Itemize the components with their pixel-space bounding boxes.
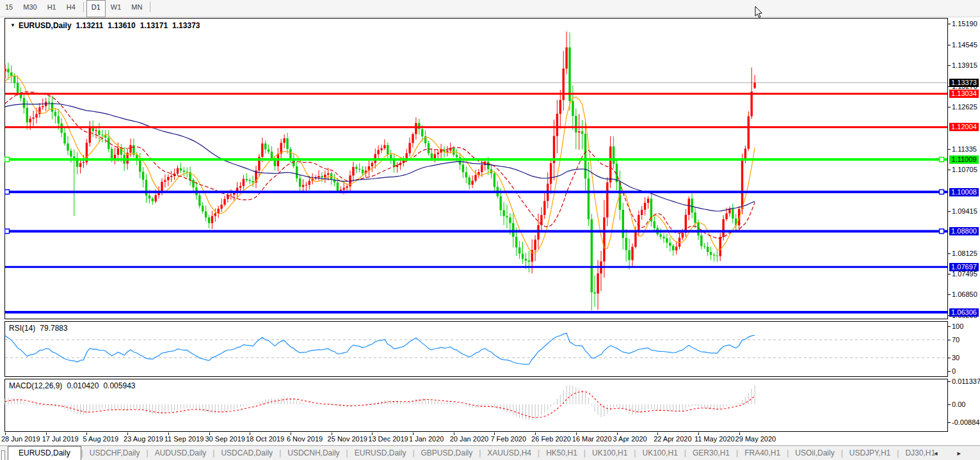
macd-panel[interactable]	[4, 379, 948, 432]
mt4-window: 15M30H1H4D1W1MN ▼EURUSD,Daily1.132111.13…	[0, 0, 980, 460]
date-label: 5 Aug 2019	[83, 435, 118, 443]
rsi-panel[interactable]	[4, 321, 948, 377]
date-label: 6 Nov 2019	[287, 435, 323, 443]
price-label-1.08800: 1.08800	[949, 227, 979, 235]
price-label-1.12004: 1.12004	[949, 123, 979, 131]
timeframe-button-m30[interactable]: M30	[18, 0, 42, 17]
rsi-axis-label: 70	[952, 336, 960, 344]
price-axis-label: 1.14545	[952, 41, 977, 49]
rsi-axis-tick	[948, 358, 951, 358]
date-label: 13 Dec 2019	[368, 435, 408, 443]
price-label-1.06306: 1.06306	[949, 308, 979, 317]
price-axis-label: 1.06850	[952, 290, 977, 298]
chart-title: ▼EURUSD,Daily1.132111.136101.131711.1337…	[10, 21, 200, 30]
chart-tab-uk100-h1[interactable]: UK100,H1	[636, 446, 684, 460]
rsi-name: RSI(14)	[9, 324, 35, 333]
date-label: 20 Jan 2020	[450, 435, 489, 443]
price-label-1.11009: 1.11009	[949, 155, 979, 164]
price-label-1.13034: 1.13034	[949, 90, 979, 98]
date-label: 3 Apr 2020	[613, 435, 647, 443]
date-label: 25 Nov 2019	[328, 435, 367, 443]
mouse-cursor	[755, 6, 764, 19]
timeframe-button-w1[interactable]: W1	[106, 0, 127, 17]
macd-axis-tick	[948, 422, 951, 423]
price-axis-tick	[948, 253, 951, 254]
date-label: 11 May 2020	[695, 435, 735, 443]
ohlc-low: 1.13171	[140, 21, 168, 30]
timeframe-button-h1[interactable]: H1	[42, 0, 61, 17]
timeframe-button-h4[interactable]: H4	[61, 0, 81, 17]
price-axis-tick	[948, 274, 951, 274]
price-axis-label: 1.08125	[952, 250, 977, 257]
main-chart[interactable]	[4, 18, 948, 319]
ohlc-close: 1.13373	[172, 21, 200, 30]
chart-tab-fra40-h1[interactable]: FRA40,H1	[738, 446, 787, 460]
chart-tab-xauusd-h4[interactable]: XAUUSD,H4	[481, 446, 538, 460]
chart-tab-usdcad-daily[interactable]: USDCAD,Daily	[214, 446, 279, 460]
rsi-axis-label: 30	[952, 354, 960, 361]
macd-axis-label: 0.011337	[952, 377, 980, 385]
toolbar-separator	[150, 2, 150, 12]
rsi-title: RSI(14)79.7883	[9, 324, 68, 333]
price-label-1.07697: 1.07697	[949, 263, 979, 271]
chart-tab-usdjpy-h1[interactable]: USDJPY,H1	[843, 446, 897, 460]
price-axis-tick	[948, 170, 951, 170]
rsi-value: 79.7883	[40, 324, 67, 333]
macd-name: MACD(12,26,9)	[9, 381, 62, 390]
date-label: 7 Feb 2020	[490, 435, 526, 443]
chart-tab-usoil-daily[interactable]: USOil,Daily	[789, 446, 840, 460]
macd-axis-label: -0.008848	[952, 418, 980, 426]
date-label: 29 May 2020	[735, 435, 776, 443]
rsi-axis-tick	[948, 340, 951, 340]
date-axis: 28 Jun 2019 17 Jul 2019 5 Aug 2019 23 Au…	[0, 432, 980, 445]
tab-stub	[1, 450, 5, 460]
price-axis-label: 1.15190	[952, 20, 977, 28]
chart-tab-eurusd-daily[interactable]: EURUSD,Daily	[348, 446, 413, 460]
ohlc-open: 1.13211	[76, 21, 104, 30]
price-axis-label: 1.11335	[952, 145, 977, 153]
rsi-axis-label: 0	[952, 367, 956, 375]
chart-tab-uk100-h1[interactable]: UK100,H1	[586, 446, 634, 460]
date-label: 11 Sep 2019	[165, 435, 204, 443]
date-label: 23 Aug 2019	[124, 435, 163, 443]
date-label: 26 Feb 2020	[531, 435, 571, 443]
price-axis-label: 1.10705	[952, 166, 977, 173]
ohlc-high: 1.13610	[108, 21, 135, 30]
date-label: 17 Jul 2019	[42, 435, 79, 443]
macd-signal-value: 0.005943	[103, 381, 135, 390]
chart-tab-usdchf-daily[interactable]: USDCHF,Daily	[83, 446, 147, 460]
price-label-1.13373: 1.13373	[949, 79, 979, 87]
price-axis-tick	[948, 65, 951, 66]
price-axis-tick	[948, 107, 951, 107]
date-label: 16 Mar 2020	[572, 435, 612, 443]
timeframe-button-d1[interactable]: D1	[86, 0, 106, 17]
price-axis-tick	[948, 45, 951, 45]
chart-symbol: EURUSD,Daily	[19, 21, 72, 30]
date-label: 22 Apr 2020	[654, 435, 691, 443]
price-axis-label: 1.13915	[952, 61, 977, 69]
macd-axis-tick	[948, 404, 951, 405]
toolbar-separator	[83, 2, 84, 12]
chart-tab-audusd-daily[interactable]: AUDUSD,Daily	[149, 446, 213, 460]
date-label: 18 Oct 2019	[246, 435, 284, 443]
macd-axis-label: 0.00	[952, 401, 965, 408]
price-axis-tick	[948, 294, 951, 295]
date-label: 1 Jan 2020	[409, 435, 444, 443]
price-axis-tick	[948, 211, 951, 212]
chart-tabs: EURUSD,Daily|USDCHF,Daily|AUDUSD,Daily|U…	[0, 445, 980, 460]
chart-tab-usdcnh-daily[interactable]: USDCNH,Daily	[281, 446, 346, 460]
price-axis-tick	[948, 149, 951, 150]
chart-tab-eurusd-daily[interactable]: EURUSD,Daily	[8, 446, 81, 460]
timeframe-toolbar: 15M30H1H4D1W1MN	[0, 0, 980, 17]
price-label-1.10008: 1.10008	[949, 188, 979, 196]
rsi-axis-tick	[948, 371, 951, 372]
chart-tab-gbpusd-daily[interactable]: GBPUSD,Daily	[415, 446, 479, 460]
timeframe-button-mn[interactable]: MN	[126, 0, 147, 17]
rsi-axis-tick	[948, 326, 951, 327]
symbol-dropdown-icon[interactable]: ▼	[10, 22, 15, 28]
tab-scroll-arrows[interactable]: ◂ ▸	[934, 449, 970, 457]
chart-tab-ger30-h1[interactable]: GER30,H1	[686, 446, 736, 460]
price-axis-label: 1.12625	[952, 103, 977, 111]
chart-tab-hk50-h1[interactable]: HK50,H1	[540, 446, 584, 460]
timeframe-button-15[interactable]: 15	[0, 0, 18, 17]
